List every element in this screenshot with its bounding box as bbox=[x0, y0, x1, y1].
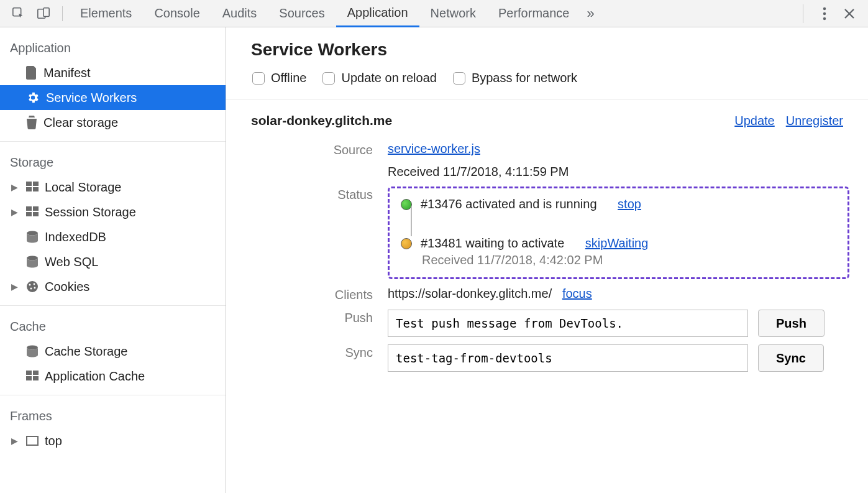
sidebar-item-service-workers[interactable]: Service Workers bbox=[0, 85, 226, 110]
tab-sources[interactable]: Sources bbox=[268, 0, 336, 27]
svg-point-3 bbox=[823, 7, 826, 9]
sidebar-item-label: Session Storage bbox=[45, 205, 136, 219]
checkbox-offline[interactable]: Offline bbox=[252, 71, 306, 85]
svg-point-5 bbox=[823, 17, 826, 19]
svg-rect-7 bbox=[33, 182, 39, 186]
close-icon[interactable] bbox=[841, 5, 858, 22]
focus-link[interactable]: focus bbox=[562, 287, 592, 300]
sidebar-group-cache: Cache bbox=[0, 312, 226, 339]
source-received: Received 11/7/2018, 4:11:59 PM bbox=[388, 165, 849, 179]
application-sidebar: Application Manifest Service Workers Cle… bbox=[0, 27, 226, 493]
svg-point-4 bbox=[823, 12, 826, 14]
svg-point-17 bbox=[29, 284, 31, 286]
sync-label: Sync bbox=[251, 344, 388, 360]
tab-audits[interactable]: Audits bbox=[211, 0, 268, 27]
sidebar-group-application: Application bbox=[0, 34, 226, 60]
status-active-text: #13476 activated and is running bbox=[421, 197, 597, 211]
sidebar-item-label: Service Workers bbox=[46, 91, 137, 105]
sidebar-item-label: Web SQL bbox=[45, 255, 98, 269]
sidebar-item-manifest[interactable]: Manifest bbox=[0, 60, 226, 85]
push-button[interactable]: Push bbox=[758, 310, 825, 337]
device-toggle-icon[interactable] bbox=[35, 5, 52, 22]
sidebar-item-label: Local Storage bbox=[45, 180, 121, 195]
svg-point-19 bbox=[30, 288, 32, 290]
svg-rect-24 bbox=[26, 376, 32, 380]
source-label: Source bbox=[251, 142, 388, 157]
inspect-icon[interactable] bbox=[10, 5, 27, 22]
sidebar-item-label: Cache Storage bbox=[45, 344, 127, 359]
separator bbox=[62, 6, 63, 21]
sidebar-group-frames: Frames bbox=[0, 402, 226, 428]
svg-rect-13 bbox=[33, 212, 39, 216]
separator bbox=[803, 4, 803, 23]
tab-elements[interactable]: Elements bbox=[69, 0, 143, 27]
checkbox-bypass-network[interactable]: Bypass for network bbox=[453, 71, 577, 85]
sidebar-group-storage: Storage bbox=[0, 148, 226, 175]
sidebar-item-indexeddb[interactable]: IndexedDB bbox=[0, 224, 226, 249]
status-highlight-box: #13476 activated and is running stop #13… bbox=[388, 187, 849, 279]
svg-point-18 bbox=[34, 283, 35, 285]
update-link[interactable]: Update bbox=[734, 114, 775, 128]
clients-label: Clients bbox=[251, 287, 388, 302]
tab-network[interactable]: Network bbox=[419, 0, 487, 27]
svg-rect-26 bbox=[27, 436, 38, 445]
status-waiting-text: #13481 waiting to activate bbox=[421, 236, 564, 251]
svg-rect-22 bbox=[26, 371, 32, 375]
devtools-toolbar: Elements Console Audits Sources Applicat… bbox=[0, 0, 868, 27]
svg-rect-25 bbox=[33, 376, 39, 380]
svg-rect-6 bbox=[26, 182, 32, 186]
svg-point-14 bbox=[27, 231, 38, 236]
status-label: Status bbox=[251, 187, 388, 202]
status-waiting-received: Received 11/7/2018, 4:42:02 PM bbox=[422, 253, 836, 267]
svg-point-15 bbox=[27, 256, 38, 260]
page-title: Service Workers bbox=[251, 40, 849, 60]
sidebar-item-cache-storage[interactable]: Cache Storage bbox=[0, 339, 226, 364]
client-url: https://solar-donkey.glitch.me/ bbox=[388, 287, 552, 300]
tab-application[interactable]: Application bbox=[336, 0, 419, 27]
tab-console[interactable]: Console bbox=[143, 0, 211, 27]
source-link[interactable]: service-worker.js bbox=[388, 142, 480, 155]
skipwaiting-link[interactable]: skipWaiting bbox=[585, 236, 649, 251]
svg-rect-2 bbox=[43, 7, 49, 16]
svg-point-20 bbox=[34, 287, 36, 289]
overflow-tabs-icon[interactable]: » bbox=[580, 6, 600, 22]
sidebar-item-clear-storage[interactable]: Clear storage bbox=[0, 110, 226, 135]
sidebar-item-label: Manifest bbox=[43, 66, 91, 80]
stop-link[interactable]: stop bbox=[618, 197, 641, 211]
origin-row: solar-donkey.glitch.me Update Unregister bbox=[251, 113, 849, 128]
sidebar-item-session-storage[interactable]: ▶ Session Storage bbox=[0, 200, 226, 224]
svg-rect-9 bbox=[33, 187, 39, 191]
sidebar-item-top-frame[interactable]: ▶ top bbox=[0, 428, 226, 453]
push-label: Push bbox=[251, 310, 388, 325]
sidebar-item-application-cache[interactable]: Application Cache bbox=[0, 364, 226, 389]
sidebar-item-local-storage[interactable]: ▶ Local Storage bbox=[0, 175, 226, 200]
sidebar-item-label: Cookies bbox=[45, 280, 89, 294]
tab-performance[interactable]: Performance bbox=[487, 0, 581, 27]
sidebar-item-label: Clear storage bbox=[43, 116, 118, 130]
svg-rect-23 bbox=[33, 371, 39, 375]
service-workers-panel: Service Workers Offline Update on reload… bbox=[226, 27, 868, 493]
svg-rect-10 bbox=[26, 206, 32, 211]
checkbox-label: Bypass for network bbox=[472, 71, 577, 85]
svg-rect-8 bbox=[26, 187, 32, 191]
options-row: Offline Update on reload Bypass for netw… bbox=[251, 71, 849, 85]
origin-text: solar-donkey.glitch.me bbox=[251, 113, 392, 128]
sync-button[interactable]: Sync bbox=[758, 344, 824, 372]
checkbox-update-on-reload[interactable]: Update on reload bbox=[322, 71, 436, 85]
checkbox-label: Offline bbox=[271, 71, 306, 85]
sidebar-item-label: Application Cache bbox=[45, 369, 145, 384]
svg-point-16 bbox=[27, 281, 38, 292]
checkbox-label: Update on reload bbox=[341, 71, 436, 85]
sidebar-item-label: top bbox=[45, 434, 62, 448]
sidebar-item-cookies[interactable]: ▶ Cookies bbox=[0, 274, 226, 299]
unregister-link[interactable]: Unregister bbox=[786, 114, 843, 128]
svg-point-21 bbox=[27, 346, 38, 350]
svg-rect-12 bbox=[26, 212, 32, 216]
svg-rect-11 bbox=[33, 206, 39, 211]
panel-tabs: Elements Console Audits Sources Applicat… bbox=[69, 0, 794, 27]
sidebar-item-web-sql[interactable]: Web SQL bbox=[0, 249, 226, 274]
push-input[interactable] bbox=[388, 310, 748, 337]
kebab-menu-icon[interactable] bbox=[816, 5, 833, 22]
sidebar-item-label: IndexedDB bbox=[45, 230, 106, 244]
sync-input[interactable] bbox=[388, 344, 748, 372]
